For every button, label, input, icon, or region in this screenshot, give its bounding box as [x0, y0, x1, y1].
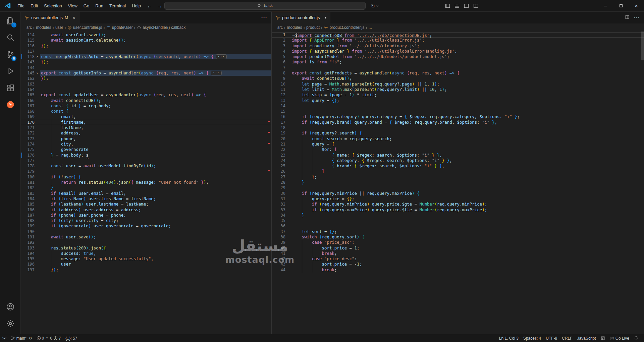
line-number-gutter[interactable]: 193 — [21, 245, 40, 251]
line-number-gutter[interactable]: 36 — [272, 223, 291, 229]
activity-source-control[interactable]: 6 — [0, 47, 20, 63]
status-go-live[interactable]: Go Live — [607, 334, 632, 342]
line-number-gutter[interactable]: 25 — [272, 163, 291, 169]
toggle-panel-icon[interactable] — [454, 3, 460, 8]
folded-code-ellipsis[interactable]: ··· — [211, 71, 222, 75]
breadcrumb-src[interactable]: src — [277, 25, 283, 30]
code-line-192[interactable]: 192 — [21, 240, 271, 245]
menu-edit[interactable]: Edit — [28, 0, 41, 12]
activity-explorer[interactable]: 1 — [0, 13, 20, 30]
activity-search[interactable] — [0, 30, 20, 47]
code-line-30[interactable]: 30 if (req.query.minPrice || req.query.m… — [272, 191, 644, 196]
toggle-sidebar-icon[interactable] — [445, 3, 450, 8]
line-number-gutter[interactable]: 188 — [21, 218, 40, 223]
editor-product-controller[interactable]: 1-oimport connectToDB from '../../../db/… — [272, 32, 644, 334]
line-number-gutter[interactable]: 173 — [21, 136, 40, 141]
forward-arrow-icon[interactable]: → — [157, 3, 162, 9]
code-line-7[interactable]: 7 — [272, 65, 644, 70]
activity-run-debug[interactable] — [0, 63, 20, 80]
line-number-gutter[interactable]: 176 — [21, 153, 40, 158]
code-line-12[interactable]: 12 let skip = (page - 1) * limit; — [272, 92, 644, 98]
code-line-118[interactable]: 118›const mergeWishlistAuto = asyncHandl… — [21, 54, 271, 59]
code-line-196[interactable]: 196 user — [21, 262, 271, 267]
line-number-gutter[interactable]: 22 — [272, 147, 291, 152]
line-number-gutter[interactable]: 172 — [21, 130, 40, 136]
code-line-44[interactable]: 44 break; — [272, 267, 644, 273]
code-line-20[interactable]: 20 const search = req.query.search; — [272, 136, 644, 141]
code-line-189[interactable]: 189 if (governorate) user.governorate = … — [21, 223, 271, 229]
line-number-gutter[interactable]: 190 — [21, 229, 40, 234]
activity-extensions[interactable] — [0, 80, 20, 97]
line-number-gutter[interactable]: 16 — [272, 114, 291, 119]
code-line-41[interactable]: 41 break; — [272, 251, 644, 256]
line-number-gutter[interactable]: 117 — [21, 49, 40, 54]
menu-run[interactable]: Run — [92, 0, 106, 12]
line-number-gutter[interactable]: 179 — [21, 169, 40, 174]
menu-file[interactable]: File — [14, 0, 28, 12]
status-branch[interactable]: main*↻ — [8, 334, 35, 342]
line-number-gutter[interactable]: 33 — [272, 207, 291, 213]
line-number-gutter[interactable]: 27 — [272, 174, 291, 180]
line-number-gutter[interactable]: 170 — [21, 120, 40, 125]
breadcrumb-more[interactable]: ... — [369, 25, 372, 30]
more-actions-icon[interactable]: ··· — [261, 15, 267, 20]
code-line-36[interactable]: 36 — [272, 223, 644, 229]
code-line-43[interactable]: 43 sort.price = -1; — [272, 262, 644, 267]
line-number-gutter[interactable]: 166 — [21, 98, 40, 103]
line-number-gutter[interactable]: 40 — [272, 245, 291, 251]
code-line-38[interactable]: 38 switch (req.query.sort) { — [272, 234, 644, 240]
code-line-168[interactable]: 168 const { — [21, 109, 271, 114]
line-number-gutter[interactable]: 174 — [21, 141, 40, 147]
line-number-gutter[interactable]: 2 — [272, 38, 291, 43]
line-number-gutter[interactable]: 41 — [272, 251, 291, 256]
sync-dropdown-button[interactable]: ↻ — [371, 0, 379, 12]
code-line-167[interactable]: 167 const { id } = req.body; — [21, 103, 271, 109]
code-line-11[interactable]: 11 let limit = Math.max(parseInt(req.que… — [272, 87, 644, 92]
code-line-191[interactable]: 191 await user.save(); — [21, 234, 271, 240]
line-number-gutter[interactable]: 12 — [272, 92, 291, 98]
code-line-1[interactable]: 1-oimport connectToDB from '../../../db/… — [272, 32, 644, 38]
status-indentation[interactable]: Spaces: 4 — [521, 334, 543, 342]
line-number-gutter[interactable]: 169 — [21, 114, 40, 119]
line-number-gutter[interactable]: 38 — [272, 234, 291, 240]
line-number-gutter[interactable]: 14 — [272, 103, 291, 109]
line-number-gutter[interactable]: 163 — [21, 81, 40, 87]
breadcrumb-product-controller-js[interactable]: product.controller.js — [324, 25, 364, 30]
code-line-187[interactable]: 187 if (phone) user.phone = phone; — [21, 213, 271, 218]
line-number-gutter[interactable]: 189 — [21, 223, 40, 229]
code-line-25[interactable]: 25 { brand: { $regex: search, $options: … — [272, 163, 644, 169]
line-number-gutter[interactable]: 186 — [21, 207, 40, 213]
line-number-gutter[interactable]: 37 — [272, 229, 291, 234]
code-line-29[interactable]: 29 — [272, 185, 644, 190]
code-line-16[interactable]: 16 if (req.query.category) query.categor… — [272, 114, 644, 119]
line-number-gutter[interactable]: 184 — [21, 196, 40, 202]
breadcrumb-asynchandler-callback[interactable]: asyncHandler() callback — [137, 25, 185, 30]
line-number-gutter[interactable]: 143 — [21, 59, 40, 65]
line-number-gutter[interactable]: 185 — [21, 202, 40, 207]
breadcrumb-src[interactable]: src — [26, 25, 32, 30]
line-number-gutter[interactable]: 28 — [272, 180, 291, 185]
code-line-193[interactable]: 193 res.status(200).json({ — [21, 245, 271, 251]
line-number-gutter[interactable]: 9 — [272, 76, 291, 81]
code-line-17[interactable]: 17 if (req.query.brand) query.brand = { … — [272, 120, 644, 125]
line-number-gutter[interactable]: 164 — [21, 87, 40, 92]
folded-code-ellipsis[interactable]: ··· — [216, 54, 227, 59]
line-number-gutter[interactable]: 162 — [21, 76, 40, 81]
code-line-42[interactable]: 42 case "price_desc": — [272, 256, 644, 262]
code-line-164[interactable]: 164 — [21, 87, 271, 92]
code-line-13[interactable]: 13 let query = {}; — [272, 98, 644, 103]
code-line-195[interactable]: 195 message: "User updated successfully"… — [21, 256, 271, 262]
activity-settings[interactable] — [0, 316, 20, 333]
maximize-button[interactable] — [613, 0, 629, 12]
code-line-37[interactable]: 37 let sort = {}; — [272, 229, 644, 234]
code-line-182[interactable]: 182 } — [21, 185, 271, 190]
line-number-gutter[interactable]: 168 — [21, 109, 40, 114]
line-number-gutter[interactable]: 10 — [272, 81, 291, 87]
code-line-197[interactable]: 197 }); — [21, 267, 271, 273]
line-number-gutter[interactable]: 192 — [21, 240, 40, 245]
more-actions-icon[interactable]: ··· — [634, 15, 640, 20]
code-line-162[interactable]: 162}); — [21, 76, 271, 81]
command-center-search[interactable]: back — [164, 2, 366, 10]
line-number-gutter[interactable]: 17 — [272, 120, 291, 125]
line-number-gutter[interactable]: 180 — [21, 174, 40, 180]
